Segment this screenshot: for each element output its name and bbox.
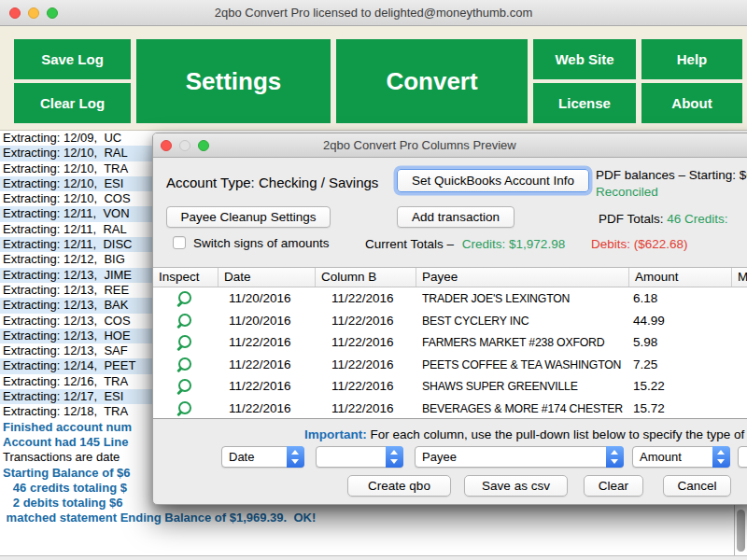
close-icon[interactable] (161, 140, 172, 151)
table-row[interactable]: 11/20/201611/22/2016BEST CYCLERY INC44.9… (153, 310, 747, 332)
column-header-payee: Payee (416, 268, 629, 287)
dropdown-column-b[interactable] (316, 446, 403, 468)
cell-amount: 7.25 (633, 357, 657, 371)
switch-signs-checkbox[interactable] (173, 236, 186, 249)
cell-date: 11/20/2016 (229, 314, 291, 328)
cell-amount: 6.18 (633, 291, 657, 305)
cell-payee: PEETS COFFEE & TEA WASHINGTON (422, 358, 621, 371)
cell-payee: BEST CYCLERY INC (422, 315, 529, 328)
license-button[interactable]: License (533, 83, 636, 123)
table-row[interactable]: 11/22/201611/22/2016FARMERS MARKET #238 … (153, 331, 747, 354)
pdf-totals-credits: 46 Credits: (667, 212, 727, 226)
important-label: Important: (304, 427, 367, 441)
cell-date: 11/22/2016 (229, 335, 291, 349)
cell-amount: 15.22 (633, 379, 665, 393)
transactions-table: InspectDateColumn BPayeeAmountM 11/20/20… (153, 267, 747, 419)
table-body: 11/20/201611/22/2016TRADER JOE'S LEXINGT… (153, 287, 747, 419)
table-row[interactable]: 11/22/201611/22/2016PEETS COFFEE & TEA W… (153, 354, 747, 376)
scrollbar-thumb[interactable] (737, 510, 745, 552)
table-header: InspectDateColumn BPayeeAmountM (153, 268, 747, 287)
current-totals-label: Current Totals – (365, 237, 454, 251)
convert-button[interactable]: Convert (336, 39, 528, 123)
column-header-inspect: Inspect (153, 268, 218, 287)
cell-payee: TRADER JOE'S LEXINGTON (422, 292, 570, 305)
clear-button[interactable]: Clear (584, 475, 643, 497)
account-type-label: Account Type: Checking / Savings (166, 175, 378, 190)
pdf-totals-line: PDF Totals: 46 Credits: (599, 212, 728, 226)
cell-column-b: 11/22/2016 (331, 357, 394, 371)
current-credits-value: Credits: $1,972.98 (462, 237, 565, 251)
scrollbar-divider (734, 505, 735, 556)
dropdown-payee[interactable]: Payee (415, 446, 624, 468)
cell-date: 11/22/2016 (229, 357, 291, 371)
column-header-column-b: Column B (316, 268, 416, 287)
payee-cleanup-settings-button[interactable]: Payee Cleanup Settings (166, 206, 331, 228)
inspect-magnifier-icon[interactable] (178, 357, 191, 371)
dropdown-date[interactable]: Date (221, 446, 304, 468)
dropdown-selected-value: Payee (422, 450, 457, 464)
cell-column-b: 11/22/2016 (331, 314, 394, 328)
minimize-icon (179, 140, 190, 151)
main-window-title: 2qbo Convert Pro licensed to delighted@m… (0, 6, 747, 20)
cell-payee: BEVERAGES & MORE #174 CHESTER (422, 402, 623, 415)
dropdown-memo[interactable] (738, 446, 747, 468)
cell-date: 11/22/2016 (229, 401, 291, 415)
cell-date: 11/22/2016 (229, 379, 291, 393)
screen: 2qbo Convert Pro licensed to delighted@m… (0, 0, 747, 560)
create-qbo-button[interactable]: Create qbo (347, 475, 451, 497)
preview-window-title: 2qbo Convert Pro Columns Preview (323, 138, 516, 152)
inspect-magnifier-icon[interactable] (178, 335, 191, 348)
settings-button[interactable]: Settings (136, 39, 331, 123)
reconciled-label: Reconciled (596, 185, 658, 199)
current-totals-line: Current Totals – Credits: $1,972.98 Debi… (365, 237, 687, 251)
zoom-icon[interactable] (198, 140, 209, 151)
current-debits-value: Debits: ($622.68) (591, 237, 688, 251)
chevron-up-down-icon (606, 446, 624, 468)
main-window-titlebar: 2qbo Convert Pro licensed to delighted@m… (0, 0, 747, 26)
column-header-date: Date (218, 268, 316, 287)
cell-column-b: 11/22/2016 (331, 335, 394, 349)
save-as-csv-button[interactable]: Save as csv (464, 475, 568, 497)
toolbar: Save Log Clear Log Settings Convert Web … (0, 26, 747, 131)
cell-amount: 5.98 (633, 335, 657, 349)
table-row[interactable]: 11/20/201611/22/2016TRADER JOE'S LEXINGT… (153, 287, 747, 310)
important-text: For each column, use the pull-down list … (367, 427, 747, 441)
chevron-up-down-icon (287, 446, 304, 468)
inspect-magnifier-icon[interactable] (178, 379, 191, 392)
cell-column-b: 11/22/2016 (331, 379, 394, 393)
chevron-up-down-icon (386, 446, 403, 468)
important-note: Important: For each column, use the pull… (304, 427, 747, 441)
cell-payee: SHAWS SUPER GREENVILLE (422, 380, 578, 393)
switch-signs-label: Switch signs of amounts (193, 236, 330, 250)
pdf-balances-label: PDF balances – Starting: $61 (596, 168, 747, 182)
table-row[interactable]: 11/22/201611/22/2016SHAWS SUPER GREENVIL… (153, 375, 747, 398)
cell-amount: 44.99 (633, 314, 665, 328)
cell-payee: FARMERS MARKET #238 OXFORD (422, 336, 604, 349)
inspect-magnifier-icon[interactable] (178, 291, 191, 304)
dropdown-amount[interactable]: Amount (632, 446, 730, 468)
pdf-totals-label: PDF Totals: (599, 212, 664, 226)
cancel-button[interactable]: Cancel (663, 475, 731, 497)
dropdown-selected-value: Date (229, 450, 254, 464)
clear-log-button[interactable]: Clear Log (14, 83, 131, 123)
web-site-button[interactable]: Web Site (533, 39, 636, 79)
inspect-magnifier-icon[interactable] (178, 314, 191, 327)
preview-titlebar: 2qbo Convert Pro Columns Preview (153, 133, 747, 158)
add-transaction-button[interactable]: Add transaction (397, 206, 514, 228)
inspect-magnifier-icon[interactable] (178, 401, 191, 414)
cell-column-b: 11/22/2016 (331, 291, 394, 305)
about-button[interactable]: About (641, 83, 742, 123)
column-header-amount: Amount (629, 268, 732, 287)
help-button[interactable]: Help (641, 39, 742, 79)
log-summary-line: matched statement Ending Balance of $1,9… (0, 511, 747, 525)
save-log-button[interactable]: Save Log (14, 39, 131, 79)
cell-column-b: 11/22/2016 (331, 401, 394, 415)
window-bottom-edge (0, 555, 747, 560)
columns-preview-window: 2qbo Convert Pro Columns Preview Account… (152, 133, 747, 505)
dropdown-selected-value: Amount (640, 450, 682, 464)
cell-amount: 15.72 (633, 401, 665, 415)
set-quickbooks-account-info-button[interactable]: Set QuickBooks Account Info (397, 169, 589, 192)
cell-date: 11/20/2016 (229, 291, 291, 305)
column-header-m: M (732, 268, 747, 287)
table-row[interactable]: 11/22/201611/22/2016BEVERAGES & MORE #17… (153, 398, 747, 420)
